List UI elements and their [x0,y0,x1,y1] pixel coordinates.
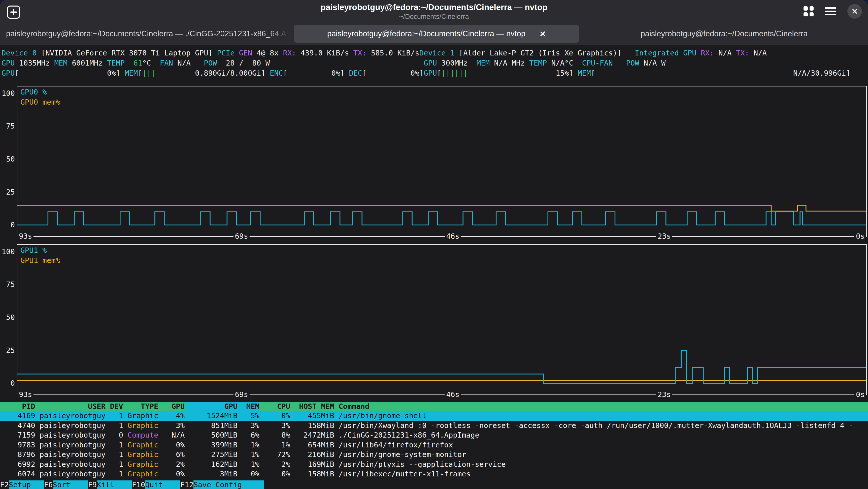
cell-host_mem: 654MiB [290,440,334,450]
tab-close-icon[interactable]: ✕ [539,29,546,38]
cell-type: Graphic [123,460,158,469]
cell-gpu: GPU [158,402,185,411]
process-row-4169[interactable]: 4169paisleyrobotguy1Graphic4%1524MiB5%0%… [0,411,868,421]
tab-label: paisleyrobotguy@fedora:~/Documents/Cinel… [6,29,286,38]
process-row-4740[interactable]: 4740paisleyrobotguy1Graphic3%851MiB3%3%1… [0,421,868,431]
tab-strip: paisleyrobotguy@fedora:~/Documents/Cinel… [0,23,868,46]
gpu0-plot-area: GPU0 %GPU0 mem%100755025093s69s46s23s0s [17,86,867,237]
cell-pid: 6992 [0,460,35,469]
f9-key[interactable]: F9 [88,481,97,489]
cell-gpu: 4% [158,411,185,421]
cell-command: /usr/bin/ptyxis --gapplication-service [334,460,868,469]
new-tab-button[interactable] [7,5,20,19]
f6-action-label[interactable]: Sort [53,481,88,489]
y-tick-label: 0 [10,221,15,229]
graph-legend: GPU0 %GPU0 mem% [21,87,60,107]
cell-pid: 4740 [0,421,35,431]
window-title-box: paisleyrobotguy@fedora:~/Documents/Cinel… [321,2,547,21]
process-row-6074[interactable]: 6074paisleyrobotguy1Graphic0%3MiB0%0%158… [0,469,868,479]
cell-cpu: CPU [259,402,290,411]
process-table: PIDUSERDEVTYPEGPUGPUMEMCPUHOST MEMComman… [0,402,868,479]
nvtop-header-line: GPU 1035MHz MEM 6001MHz TEMP 61°C FAN N/… [1,58,868,68]
cell-host_mem: 158MiB [290,469,334,479]
y-tick-label: 100 [2,89,15,97]
cell-host_mem: HOST MEM [290,402,334,411]
cell-user: paisleyrobotguy [35,411,105,421]
cell-host_mem: 158MiB [290,421,334,431]
f6-key[interactable]: F6 [44,481,53,489]
process-row-9783[interactable]: 9783paisleyrobotguy1Graphic0%399MiB1%1%6… [0,440,868,450]
cell-host_mem: 455MiB [290,411,334,421]
f2-action-label[interactable]: Setup [9,481,44,489]
nvtop-header-line: Device 0 [NVIDIA GeForce RTX 3070 Ti Lap… [1,48,868,58]
tab-label: paisleyrobotguy@fedora:~/Documents/Cinel… [327,29,525,38]
cell-mem: 1% [238,450,259,460]
cell-host_mem: 169MiB [290,460,334,469]
cell-gpu: N/A [158,430,185,440]
GPU0-mem-line [18,205,866,211]
terminal-window: paisleyrobotguy@fedora:~/Documents/Cinel… [0,0,868,489]
x-tick-label: 93s [18,231,33,241]
cell-gpu_mem: 3MiB [185,469,238,479]
window-close-button[interactable]: ✕ [847,4,862,19]
cell-dev: 1 [105,469,123,479]
f12-action-label[interactable]: Save Config [193,481,264,489]
tab-cingg[interactable]: paisleyrobotguy@fedora:~/Documents/Cinel… [1,25,292,43]
y-tick-label: 75 [6,280,15,289]
cell-mem: MEM [238,402,259,411]
cell-mem: 3% [238,421,259,431]
cell-pid: PID [0,402,35,411]
cell-dev: 1 [105,450,123,460]
window-title: paisleyrobotguy@fedora:~/Documents/Cinel… [321,2,547,12]
process-table-header[interactable]: PIDUSERDEVTYPEGPUGPUMEMCPUHOST MEMComman… [0,402,868,411]
gpu1-graph: GPU1 %GPU1 mem%100755025093s69s46s23s0s [17,244,867,395]
function-key-bar: F2SetupF6SortF9KillF10QuitF12Save Config [0,481,868,489]
cell-gpu: 0% [158,469,185,479]
f2-key[interactable]: F2 [0,481,9,489]
cell-mem: 6% [238,430,259,440]
x-tick-label: 46s [445,390,461,400]
y-tick-label: 25 [6,188,15,196]
cell-gpu_mem: 399MiB [185,440,238,450]
cell-gpu_mem: 1524MiB [185,411,238,421]
y-tick-label: 50 [6,313,15,322]
cell-command: /usr/bin/gnome-shell [334,411,868,421]
tab-nvtop-active[interactable]: paisleyrobotguy@fedora:~/Documents/Cinel… [294,25,579,43]
f10-key[interactable]: F10 [132,481,145,489]
x-tick-label: 0s [855,390,866,400]
cell-command: /usr/bin/Xwayland :0 -rootless -noreset … [334,421,868,431]
process-row-6992[interactable]: 6992paisleyrobotguy1Graphic2%162MiB1%2%1… [0,460,868,469]
cell-type: Compute [123,430,158,440]
x-tick-label: 69s [233,231,249,241]
tab-label: paisleyrobotguy@fedora:~/Documents/Cinel… [641,29,808,38]
cell-type: Graphic [123,411,158,421]
y-tick-label: 75 [6,122,15,130]
gpu1-plot-area: GPU1 %GPU1 mem%100755025093s69s46s23s0s [17,244,867,395]
x-tick-label: 23s [656,390,672,400]
cell-dev: 1 [105,411,123,421]
cell-user: paisleyrobotguy [35,469,105,479]
f9-action-label[interactable]: Kill [97,481,132,489]
cell-gpu_mem: GPU [185,402,238,411]
cell-command: /usr/libexec/mutter-x11-frames [334,469,868,479]
cell-cpu: 0% [259,411,290,421]
headerbar: paisleyrobotguy@fedora:~/Documents/Cinel… [0,0,868,23]
hamburger-menu-icon[interactable] [825,7,836,16]
tab-overview-icon[interactable] [804,6,814,17]
cell-user: USER [35,402,105,411]
process-row-8796[interactable]: 8796paisleyrobotguy1Graphic6%275MiB1%72%… [0,450,868,460]
f12-key[interactable]: F12 [180,481,193,489]
cell-pid: 9783 [0,440,35,450]
cell-gpu: 2% [158,460,185,469]
f10-action-label[interactable]: Quit [145,481,180,489]
process-row-7159[interactable]: 7159paisleyrobotguy0ComputeN/A500MiB6%8%… [0,430,868,440]
legend-entry: GPU1 mem% [21,255,60,265]
cell-gpu_mem: 851MiB [185,421,238,431]
nvtop-terminal[interactable]: Device 0 [NVIDIA GeForce RTX 3070 Ti Lap… [0,46,868,489]
cell-dev: 1 [105,460,123,469]
cell-pid: 7159 [0,430,35,440]
tab-cinelerra[interactable]: paisleyrobotguy@fedora:~/Documents/Cinel… [581,25,867,43]
cell-dev: 1 [105,421,123,431]
legend-entry: GPU0 mem% [21,97,60,107]
cell-gpu_mem: 275MiB [185,450,238,460]
